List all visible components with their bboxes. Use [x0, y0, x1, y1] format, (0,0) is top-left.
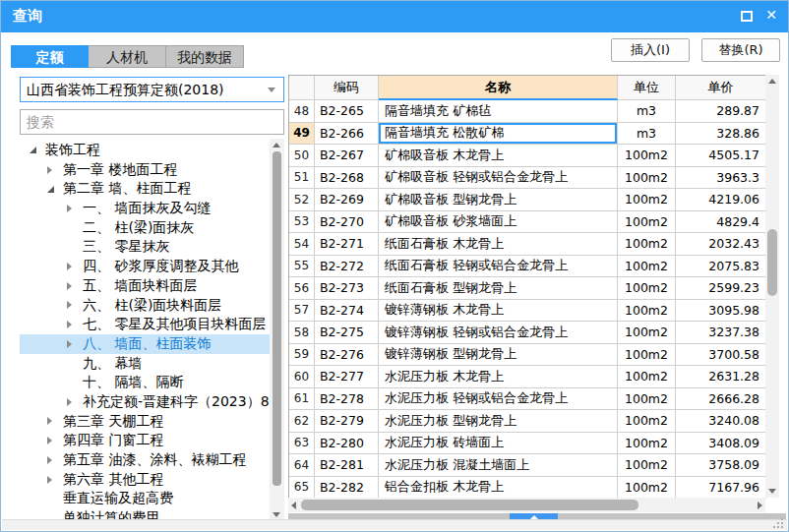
cell-code[interactable]: B2-273 — [315, 277, 379, 300]
cell-unit[interactable]: 100m2 — [618, 167, 676, 190]
cell-price[interactable]: 3758.09 — [676, 454, 766, 477]
cell-code[interactable]: B2-277 — [315, 366, 379, 388]
tree-item[interactable]: 第三章 天棚工程 — [20, 412, 270, 432]
cell-code[interactable]: B2-275 — [315, 322, 379, 344]
column-header-price[interactable]: 单价 — [676, 76, 766, 100]
cell-unit[interactable]: 100m2 — [618, 300, 676, 323]
cell-price[interactable]: 2631.28 — [676, 366, 766, 388]
tree-item[interactable]: 六、 柱(梁)面块料面层 — [20, 296, 270, 316]
close-icon[interactable]: ✕ — [762, 7, 780, 23]
cell-price[interactable]: 289.87 — [676, 100, 766, 123]
cell-code[interactable]: B2-270 — [315, 211, 379, 234]
cell-price[interactable]: 3700.58 — [676, 344, 766, 367]
resize-grip-icon[interactable] — [781, 518, 783, 520]
cell-row-number[interactable]: 63 — [289, 433, 315, 455]
cell-name[interactable]: 水泥压力板 混凝土墙面上 — [379, 454, 618, 477]
cell-name[interactable]: 镀锌薄钢板 型钢龙骨上 — [379, 344, 618, 367]
cell-unit[interactable]: 100m2 — [618, 189, 676, 211]
cell-name[interactable]: 铝合金扣板 木龙骨上 — [379, 477, 618, 500]
cell-price[interactable]: 3408.09 — [676, 433, 766, 455]
tree-vertical-scrollbar[interactable] — [270, 139, 284, 521]
cell-price[interactable]: 3095.98 — [676, 300, 766, 323]
cell-unit[interactable]: 100m2 — [618, 233, 676, 256]
table-vscroll-thumb[interactable] — [767, 229, 777, 296]
cell-code[interactable]: B2-269 — [315, 189, 379, 211]
tree-scroll-thumb[interactable] — [273, 151, 281, 486]
quota-dropdown[interactable]: 山西省装饰工程预算定额(2018) — [20, 77, 284, 102]
cell-row-number[interactable]: 61 — [289, 388, 315, 411]
cell-unit[interactable]: 100m2 — [618, 366, 676, 388]
cell-code[interactable]: B2-274 — [315, 300, 379, 323]
table-horizontal-scrollbar[interactable] — [288, 498, 765, 512]
cell-row-number[interactable]: 57 — [289, 300, 315, 323]
tree-item[interactable]: 九、 幕墙 — [20, 354, 270, 374]
cell-unit[interactable]: 100m2 — [618, 433, 676, 455]
tree-item[interactable]: 补充定额-晋建科字（2023）89号 — [20, 392, 270, 412]
cell-row-number[interactable]: 49 — [289, 123, 315, 146]
tree-collapsed-icon[interactable] — [47, 437, 52, 444]
cell-row-number[interactable]: 62 — [289, 410, 315, 433]
tree-item[interactable]: 第五章 油漆、涂料、裱糊工程 — [20, 450, 270, 470]
cell-row-number[interactable]: 64 — [289, 454, 315, 477]
cell-code[interactable]: B2-272 — [315, 256, 379, 278]
cell-price[interactable]: 4219.06 — [676, 189, 766, 211]
tree-expanded-icon[interactable] — [30, 147, 36, 153]
tree-collapsed-icon[interactable] — [47, 417, 52, 425]
cell-name[interactable]: 水泥压力板 轻钢或铝合金龙骨上 — [379, 388, 618, 411]
cell-unit[interactable]: 100m2 — [618, 454, 676, 477]
cell-code[interactable]: B2-271 — [315, 233, 379, 256]
cell-row-number[interactable]: 58 — [289, 322, 315, 344]
scroll-down-icon[interactable] — [768, 489, 776, 494]
cell-row-number[interactable]: 53 — [289, 211, 315, 234]
scroll-right-icon[interactable] — [758, 502, 762, 509]
cell-row-number[interactable]: 65 — [289, 477, 315, 500]
cell-row-number[interactable]: 60 — [289, 366, 315, 388]
column-header-unit[interactable]: 单位 — [618, 76, 676, 100]
cell-row-number[interactable]: 55 — [289, 256, 315, 278]
cell-name[interactable]: 镀锌薄钢板 轻钢或铝合金龙骨上 — [379, 322, 618, 344]
cell-price[interactable]: 4505.17 — [676, 145, 766, 167]
tree-item[interactable]: 第四章 门窗工程 — [20, 431, 270, 450]
cell-unit[interactable]: m3 — [618, 100, 676, 123]
insert-button[interactable]: 插入(I) — [611, 38, 690, 62]
cell-price[interactable]: 2599.23 — [676, 277, 766, 300]
cell-price[interactable]: 2075.83 — [676, 256, 766, 278]
scroll-up-icon[interactable] — [768, 79, 776, 84]
titlebar[interactable]: 查询 ✕ — [1, 1, 789, 32]
cell-code[interactable]: B2-266 — [315, 123, 379, 146]
tree-collapsed-icon[interactable] — [67, 263, 72, 270]
scroll-down-icon[interactable] — [273, 512, 280, 517]
scroll-left-icon[interactable] — [291, 502, 296, 509]
cell-unit[interactable]: 100m2 — [618, 344, 676, 367]
table-hscroll-thumb[interactable] — [301, 500, 638, 510]
column-header-name[interactable]: 名称 — [379, 76, 618, 100]
cell-price[interactable]: 2666.28 — [676, 388, 766, 411]
cell-row-number[interactable]: 48 — [289, 100, 315, 123]
scroll-up-icon[interactable] — [273, 143, 280, 148]
cell-price[interactable]: 4829.4 — [676, 211, 766, 234]
cell-unit[interactable]: 100m2 — [618, 477, 676, 500]
cell-price[interactable]: 3237.38 — [676, 322, 766, 344]
cell-unit[interactable]: 100m2 — [618, 145, 676, 167]
cell-row-number[interactable]: 52 — [289, 189, 315, 211]
cell-code[interactable]: B2-276 — [315, 344, 379, 367]
cell-row-number[interactable]: 50 — [289, 145, 315, 167]
cell-row-number[interactable]: 56 — [289, 277, 315, 300]
cell-name[interactable]: 隔音墙填充 矿棉毡 — [379, 100, 618, 123]
cell-name[interactable]: 纸面石膏板 型钢龙骨上 — [379, 277, 618, 300]
tab-0[interactable]: 定额 — [11, 45, 89, 68]
cell-unit[interactable]: m3 — [618, 123, 676, 146]
tree-collapsed-icon[interactable] — [47, 456, 52, 464]
tab-1[interactable]: 人材机 — [89, 45, 166, 68]
cell-name[interactable]: 纸面石膏板 木龙骨上 — [379, 233, 618, 256]
tree-item[interactable]: 十、 隔墙、隔断 — [20, 373, 270, 392]
tree-item[interactable]: 七、 零星及其他项目块料面层 — [20, 315, 270, 334]
tree-item[interactable]: 一、 墙面抹灰及勾缝 — [20, 199, 270, 218]
tree-item[interactable]: 四、 砂浆厚度调整及其他 — [20, 257, 270, 276]
tree-collapsed-icon[interactable] — [67, 301, 72, 309]
cell-price[interactable]: 3963.3 — [676, 167, 766, 190]
tree-collapsed-icon[interactable] — [67, 205, 72, 212]
cell-code[interactable]: B2-265 — [315, 100, 379, 123]
cell-price[interactable]: 328.86 — [676, 123, 766, 146]
cell-price[interactable]: 7167.96 — [676, 477, 766, 500]
